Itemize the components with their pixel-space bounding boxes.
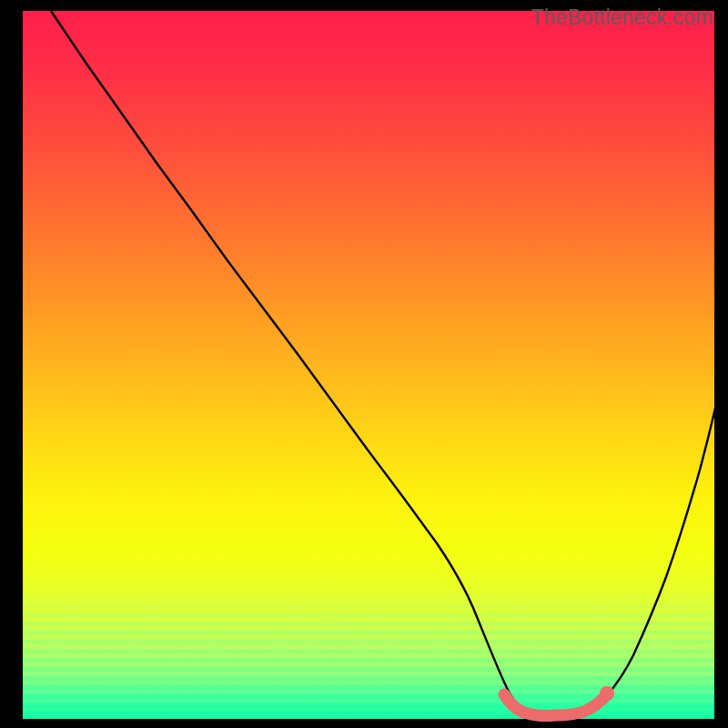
chart-stage: TheBottleneck.com bbox=[0, 0, 728, 728]
optimal-range-highlight bbox=[504, 694, 605, 716]
bottleneck-chart bbox=[0, 0, 728, 728]
bottleneck-curve-line bbox=[51, 11, 725, 715]
watermark-text: TheBottleneck.com bbox=[531, 5, 713, 30]
optimal-point-dot bbox=[600, 686, 614, 701]
